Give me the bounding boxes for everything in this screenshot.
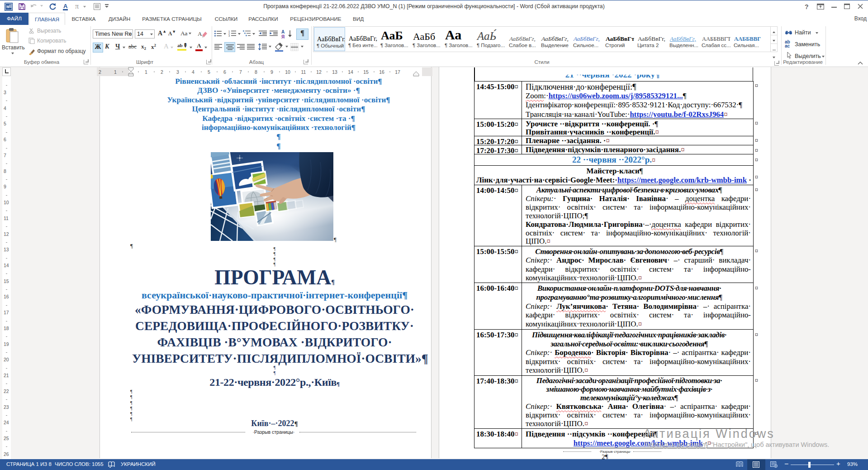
svg-text:3: 3 <box>228 34 230 37</box>
svg-text:А: А <box>198 30 202 37</box>
